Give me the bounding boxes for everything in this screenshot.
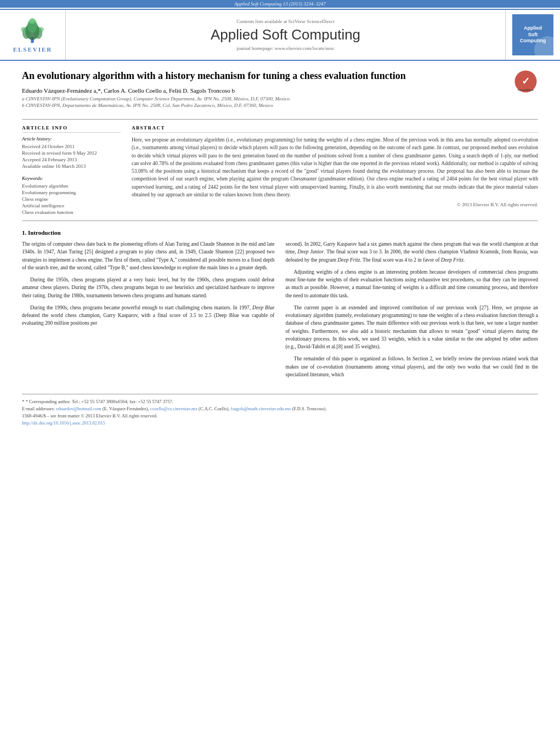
body-col-left: The origins of computer chess date back … <box>22 240 275 383</box>
intro-p5: Adjusting weights of a chess engine is a… <box>286 268 539 299</box>
article-title: An evolutionary algorithm with a history… <box>22 69 505 83</box>
separator-2 <box>22 220 538 221</box>
accepted-date: Accepted 24 February 2013 <box>22 157 121 162</box>
email-link-3[interactable]: fsagols@math.cinvestav.edu.mx <box>231 406 291 411</box>
article-info-col: ARTICLE INFO Article history: Received 2… <box>22 125 121 216</box>
journal-logo-inner: Applied Soft Computing <box>512 14 553 55</box>
email-label: E-mail addresses: <box>22 406 56 411</box>
email-name-3: (F.D.S. Troncoso). <box>292 406 327 411</box>
abstract-text: Here, we propose an evolutionary algorit… <box>132 136 538 199</box>
section1-title: 1. Introduction <box>22 229 538 236</box>
journal-logo-box: Applied Soft Computing <box>505 10 560 60</box>
article-info-box: Article history: Received 24 October 201… <box>22 136 121 169</box>
body-section: 1. Introduction The origins of computer … <box>22 229 538 383</box>
logo-text: Applied Soft Computing <box>520 25 546 44</box>
crossmark-icon: ✓ CrossMark <box>513 69 538 94</box>
crossmark-logo[interactable]: ✓ CrossMark <box>513 69 538 94</box>
available-date: Available online 16 March 2013 <box>22 163 121 169</box>
svg-text:✓: ✓ <box>522 76 530 87</box>
abstract-header: ABSTRACT <box>132 125 538 133</box>
elsevier-logo-inner: ELSEVIER <box>13 17 53 53</box>
email-name-2: (C.A.C. Coello), <box>199 406 231 411</box>
revised-date: Received in revised form 9 May 2012 <box>22 150 121 156</box>
keyword-3: Chess engine <box>22 196 121 202</box>
sciverse-link[interactable]: Contents lists available at SciVerse Sci… <box>236 19 335 24</box>
email-name-1: (E. Vázquez-Fernández), <box>103 406 150 411</box>
intro-p3-text: During the 1990s, chess programs became … <box>22 305 275 326</box>
copyright: © 2013 Elsevier B.V. All rights reserved… <box>132 202 538 207</box>
footer-notes: * * Corresponding author. Tel.: +52 55 5… <box>22 394 538 426</box>
footnote-star: * * Corresponding author. Tel.: +52 55 5… <box>22 399 538 404</box>
journal-header: ELSEVIER Contents lists available at Sci… <box>0 9 560 61</box>
intro-p7: The remainder of this paper is organized… <box>286 355 539 378</box>
received-date: Received 24 October 2011 <box>22 144 121 149</box>
svg-point-5 <box>21 27 26 32</box>
email-link-1[interactable]: eduardov@hotmail.com <box>56 406 101 411</box>
history-label: Article history: <box>22 136 121 142</box>
svg-text:CrossMark: CrossMark <box>518 88 534 92</box>
elsevier-tree-icon <box>16 17 49 44</box>
affiliation-b: b CINVESTAV-IPN, Departamento de Matemát… <box>22 103 505 108</box>
separator <box>22 119 538 120</box>
journal-homepage[interactable]: journal homepage: www.elsevier.com/locat… <box>236 46 334 51</box>
intro-p4: second). In 2002, Garry Kasparov had a s… <box>286 240 539 264</box>
keyword-5: Chess evaluation function <box>22 210 121 215</box>
article-info-header: ARTICLE INFO <box>22 125 121 133</box>
elsevier-label: ELSEVIER <box>13 46 53 53</box>
doi-link[interactable]: http://dx.doi.org/10.1016/j.asoc.2013.02… <box>22 420 105 426</box>
intro-p6: The current paper is an extended and imp… <box>286 304 539 351</box>
email-line: E-mail addresses: eduardov@hotmail.com (… <box>22 406 538 411</box>
keywords-section: Keywords: Evolutionary algorithm Evoluti… <box>22 176 121 215</box>
elsevier-logo-box: ELSEVIER <box>0 10 66 60</box>
keyword-2: Evolutionary programming <box>22 190 121 195</box>
doi-line[interactable]: http://dx.doi.org/10.1016/j.asoc.2013.02… <box>22 420 538 426</box>
keyword-4: Artificial intelligence <box>22 203 121 208</box>
body-two-col: The origins of computer chess date back … <box>22 240 538 383</box>
body-col-right: second). In 2002, Garry Kasparov had a s… <box>286 240 539 383</box>
authors-line: Eduardo Vázquez-Fernández a,*, Carlos A.… <box>22 87 505 94</box>
svg-point-7 <box>30 18 36 24</box>
keyword-1: Evolutionary algorithm <box>22 183 121 189</box>
email-link-2[interactable]: ccoello@cs.cinvestav.mx <box>150 406 197 411</box>
article-title-text: An evolutionary algorithm with a history… <box>22 69 505 109</box>
intro-p1: The origins of computer chess date back … <box>22 240 275 271</box>
abstract-body: Here, we propose an evolutionary algorit… <box>132 137 538 197</box>
intro-p2: During the 1950s, chess programs played … <box>22 276 275 299</box>
intro-p3: During the 1990s, chess programs became … <box>22 304 275 327</box>
info-abstract-section: ARTICLE INFO Article history: Received 2… <box>22 125 538 216</box>
top-bar: Applied Soft Computing 13 (2013) 3234–32… <box>0 0 560 8</box>
issue-info: Applied Soft Computing 13 (2013) 3234–32… <box>234 1 326 7</box>
svg-point-6 <box>39 27 44 32</box>
article-title-section: An evolutionary algorithm with a history… <box>22 69 538 114</box>
keywords-title: Keywords: <box>22 176 121 181</box>
article-content: An evolutionary algorithm with a history… <box>0 61 560 435</box>
authors-text: Eduardo Vázquez-Fernández a,*, Carlos A.… <box>22 87 235 94</box>
journal-title: Applied Soft Computing <box>211 26 360 43</box>
journal-center: Contents lists available at SciVerse Sci… <box>66 10 505 60</box>
abstract-col: ABSTRACT Here, we propose an evolutionar… <box>132 125 538 216</box>
issn-line: 1568-4946/$ – see front matter © 2013 El… <box>22 413 538 418</box>
affiliation-a: a CINVESTAV-IPN (Evolutionary Computatio… <box>22 96 505 101</box>
